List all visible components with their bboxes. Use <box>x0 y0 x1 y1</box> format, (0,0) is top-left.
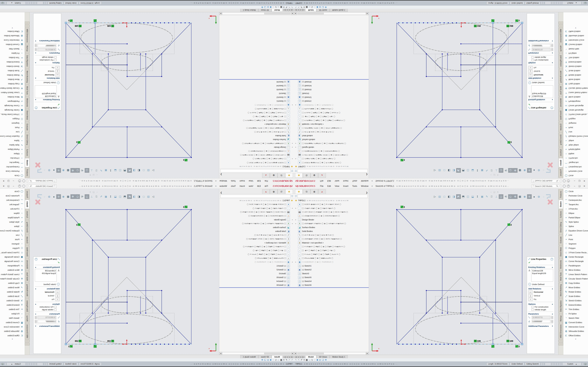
bottom-tool-icon[interactable]: ▦ <box>306 6 308 8</box>
tree-horizontal-scrollbar[interactable]: ◀ ▶ <box>219 352 294 355</box>
tab-propertymanager[interactable]: ⧉ <box>277 189 285 194</box>
view-tool-icon[interactable]: ◫ <box>466 168 470 173</box>
tree-row[interactable]: ▦(-) Sketch6 <box>219 80 294 84</box>
view-tool-icon[interactable]: ⟲ <box>503 168 508 173</box>
menu-view[interactable]: View <box>247 184 255 188</box>
status-sheet-icon[interactable]: ❏ <box>2 2 4 4</box>
bottom-tool-icon[interactable]: Ŀ <box>275 359 276 361</box>
more-tools-icon[interactable]: ⩔ <box>563 27 588 29</box>
view-tool-icon[interactable]: ✎ <box>484 168 489 173</box>
checkbox-infinite-length[interactable]: Infinite length <box>531 56 553 58</box>
scroll-left-icon[interactable]: ◀ <box>294 12 297 15</box>
checkbox-for-construction[interactable]: For construction <box>531 306 553 308</box>
bottom-tool-icon[interactable]: ≡ <box>283 359 285 361</box>
relation-item[interactable]: Equal length109 <box>532 272 552 275</box>
command-tab-data-migration[interactable]: Data Migration <box>558 53 563 69</box>
tree-row[interactable]: ◳(-) Sketch1 <box>219 99 294 103</box>
view-tool-icon[interactable]: ▦ <box>518 168 522 173</box>
command-tab-data-migration[interactable]: Data Migration <box>25 53 30 69</box>
tool-rotate-entities[interactable]: ↻Rotate Entities <box>563 73 588 77</box>
tool-ellipse[interactable]: ○Ellipse <box>563 152 588 156</box>
tree-row[interactable]: ▸◔◯ 人ᴥ◉✛ ƨƧ◉Ƨ ◯ ◉ ◯ Ƨ◉ƨƧ ✛◉ᴥ人 ◯ <box>294 157 369 161</box>
user-account-icon[interactable] <box>22 185 25 188</box>
collapse-icon[interactable]: ▲ <box>35 62 36 64</box>
command-tab-direct-editing[interactable]: Direct Editing <box>25 220 30 234</box>
search-dropdown-icon[interactable]: ▾ <box>28 180 29 182</box>
command-tab-features[interactable]: Features <box>25 189 30 200</box>
bottom-tool-icon[interactable]: ◎ <box>267 359 269 361</box>
bottom-tool-icon[interactable]: ⊥ <box>277 359 279 361</box>
tool-3-point-arc[interactable]: ⌢3 Point Arc <box>0 207 25 211</box>
view-tool-icon[interactable]: ◧ <box>447 168 451 173</box>
bottom-tool-icon[interactable]: ✐ <box>285 6 287 8</box>
tree-part-row[interactable]: ❖ TЯPDL2. ◎ ƎЄ ◎ Ш ◎ ◎ ◎ ✛ ◎ ƆC ◎ ƎЄ ◎ ∙… <box>294 165 369 168</box>
pin-icon[interactable]: ➤ <box>371 185 373 188</box>
command-tab-mold-tools[interactable]: Mold Tools <box>558 271 563 282</box>
tool-fit-spline[interactable]: ⌣Fit Spline <box>0 311 25 316</box>
view-tool-icon[interactable]: ✥ <box>513 168 518 173</box>
relations-list[interactable]: Collinear108Equal length109 <box>531 269 553 282</box>
view-tool-icon[interactable]: ↥ <box>475 168 480 173</box>
bottom-tool-icon[interactable]: ▦ <box>306 359 308 361</box>
command-tab-sheet-metal[interactable]: Sheet Metal <box>558 246 563 258</box>
restore-button[interactable]: ❑ <box>6 180 11 182</box>
view-tool-icon[interactable]: ◩ <box>127 194 132 199</box>
tree-row[interactable]: ▱◯ ✛ ƨǝⴰᴥ ◯ ✱◉ⵔ ◯ ◉ ◯ ⵔ◉✱ ◯ ᴥⴰǝƨ ✛ ◯ <box>294 252 369 256</box>
bottom-tool-icon[interactable]: ✎ <box>298 6 300 8</box>
tree-row[interactable]: ▸▢Design Binder <box>219 145 294 149</box>
view-tool-icon[interactable]: ▦ <box>66 168 70 173</box>
menu-insert[interactable]: Insert <box>342 184 350 188</box>
tool-point[interactable]: ▪Point <box>563 125 588 130</box>
command-tab-surfaces[interactable]: Surfaces <box>25 209 30 220</box>
mm-nav-icon[interactable]: ▶ <box>286 356 288 358</box>
length-field[interactable]: 10.88152731 <box>532 316 550 319</box>
bottom-tool-icon[interactable]: ✎ <box>291 359 293 361</box>
bottom-tool-icon[interactable]: ❘ <box>272 6 274 8</box>
view-tool-icon[interactable]: ▣ <box>480 194 484 199</box>
doc-minimize-icon[interactable]: – <box>96 174 98 176</box>
checkbox-infinite-length[interactable]: Infinite length <box>35 56 57 58</box>
expander-icon[interactable]: ▸ <box>295 104 297 106</box>
expand-icon[interactable]: ▼ <box>35 40 36 42</box>
command-tab--[interactable]: : <box>25 22 30 24</box>
rollback-bar[interactable] <box>219 287 294 288</box>
tool-mirror-entities[interactable]: ⧉Mirror Entities <box>563 268 588 272</box>
parameters-header[interactable]: Parameters▲ <box>35 313 60 315</box>
command-tab-mesh-modeling[interactable]: Mesh Modeling <box>558 69 563 84</box>
tree-row[interactable]: ✎◯ ƨƧ∙Π ✱ ᴥΑШ ◯ ◉ ◯ ШΑᴥ ✱ Π∙ƨƧ ◯ <box>294 130 369 134</box>
sketch-vertices[interactable] <box>65 209 192 324</box>
view-tool-icon[interactable]: ◻ <box>442 194 447 199</box>
collapse-icon[interactable]: ▲ <box>552 303 553 305</box>
tree-row[interactable]: ▱◯ ✛ ИΝ◉ᴥ✛ ◯ ✱◉ⵔ ◯ ◉ ◯ ⵔ◉✱ ◯ ✛ᴥ◉ИΝ ✛ ◯ <box>219 245 294 249</box>
tool-corner-rectangle[interactable]: ▭Corner Rectangle <box>0 104 25 108</box>
view-tool-icon[interactable]: ◧ <box>447 194 451 199</box>
view-tool-icon[interactable]: ⊥ <box>89 194 94 199</box>
tool-perimeter-circle[interactable]: ◌Perimeter Circle <box>0 169 25 174</box>
command-tab-markup[interactable]: Markup <box>25 44 30 53</box>
view-tool-icon[interactable]: ▤ <box>437 168 442 173</box>
tool-silhouette-entities[interactable]: ◍Silhouette Entities <box>0 34 25 38</box>
tab-3d-views[interactable]: 3D Views <box>258 9 272 12</box>
view-tool-icon[interactable]: ● <box>52 194 56 199</box>
view-tool-icon[interactable]: ● <box>52 168 56 173</box>
scroll-right-icon[interactable]: ▶ <box>366 12 369 15</box>
checkbox-icon[interactable] <box>531 56 534 58</box>
bottom-tool-icon[interactable]: ✐ <box>301 6 303 8</box>
panel-flyout-arrow[interactable]: ❯ <box>219 173 223 176</box>
tool-silhouette-entities[interactable]: ◍Silhouette Entities <box>0 329 25 333</box>
bottom-tool-icon[interactable]: Ŀ <box>275 6 276 8</box>
tree-row[interactable]: ▱◯ ✛ ИΝ◉ᴥ✛ ◯ ✱◉ⵔ ◯ ◉ ◯ ⵔ◉✱ ◯ ✛ᴥ◉ИΝ ✛ ◯ <box>294 118 369 122</box>
view-tool-icon[interactable]: ▦ <box>518 194 522 199</box>
tool-3-point-arc[interactable]: ⌢3 Point Arc <box>0 156 25 160</box>
bottom-tool-icon[interactable]: ≡ <box>283 6 285 8</box>
options-header[interactable]: Options▲ <box>528 303 553 305</box>
doc-close-icon[interactable]: ✕ <box>89 191 91 193</box>
tool-circle[interactable]: ◯Circle <box>563 189 588 193</box>
pm-ok-button[interactable]: ✔ <box>35 103 60 106</box>
command-tab-data-migration[interactable]: Data Migration <box>25 298 30 314</box>
tool-trim-entities[interactable]: ✂Trim Entities <box>0 56 25 60</box>
tool-convert-entities[interactable]: ⬓Convert Entities <box>0 42 25 47</box>
mm-nav-icon[interactable]: ❙◀ <box>291 9 294 11</box>
bottom-tool-icon[interactable]: ◎ <box>267 6 269 8</box>
command-tab--[interactable]: : <box>558 343 563 345</box>
